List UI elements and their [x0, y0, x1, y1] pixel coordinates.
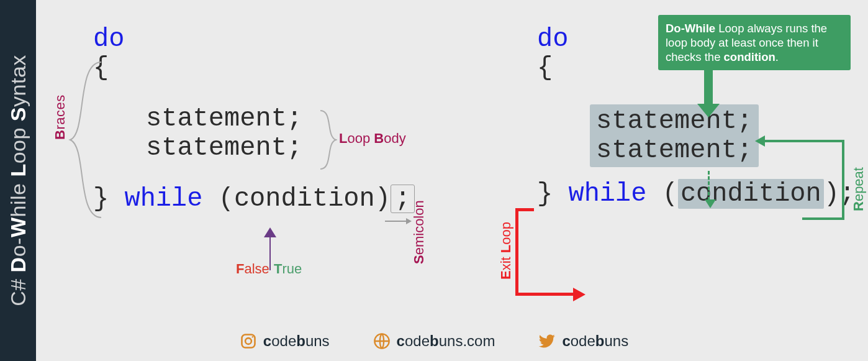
repeat-label: Repeat: [851, 167, 867, 211]
tw-c: c: [562, 332, 570, 349]
exit-label: Exit Loop: [498, 222, 514, 280]
exit-arrow-v-icon: [515, 208, 518, 295]
site-ode: ode: [405, 332, 430, 349]
while-keyword-left: while: [124, 184, 202, 214]
ig-b: b: [296, 332, 305, 349]
loop-body-bracket-icon: [319, 109, 337, 171]
tw-b: b: [595, 332, 605, 349]
exit-arrow-bot-icon: [515, 293, 574, 296]
left-syntax-block: do { statement; statement; } while (cond…: [93, 25, 415, 213]
do-keyword-left: do: [93, 24, 124, 54]
close-paren-right: ): [824, 179, 839, 209]
repeat-first: R: [851, 201, 866, 211]
sidebar-t1: o-: [6, 237, 30, 257]
tw-uns: uns: [604, 332, 628, 349]
sidebar: C# Do-While Loop Syntax: [0, 0, 36, 361]
braces-label: Braces: [52, 94, 68, 140]
tip-b1: Do-While: [666, 22, 715, 35]
instagram-icon: [240, 332, 257, 350]
semicolon-label: Semicolon: [411, 200, 427, 264]
false-rest: alse: [244, 261, 269, 276]
sidebar-lang: C#: [6, 278, 30, 306]
loop-body-label: Loop Body: [339, 130, 406, 147]
ig-ode: ode: [271, 332, 296, 349]
loop-body-L: L: [339, 130, 347, 146]
condition-left: condition: [234, 184, 375, 214]
sidebar-t7: yntax: [6, 55, 30, 107]
tip-box: Do-While Loop always runs the loop body …: [658, 15, 851, 70]
repeat-arrow-v-icon: [842, 140, 844, 220]
exit-L: L: [498, 245, 513, 253]
globe-icon: [373, 332, 391, 350]
sidebar-t6: S: [6, 107, 30, 121]
condition-right: condition: [678, 179, 824, 209]
tw-ode: ode: [571, 332, 595, 349]
footer: codebuns codebuns.com codebuns: [0, 332, 868, 350]
open-paren-left: (: [219, 184, 234, 214]
close-brace-left: }: [93, 184, 109, 214]
svg-point-2: [251, 336, 253, 337]
condition-arrow-icon: [269, 236, 271, 270]
while-keyword-right: while: [568, 179, 646, 209]
false-label: False: [236, 261, 269, 277]
exit-Er: xit: [498, 253, 513, 270]
ig-uns: uns: [305, 332, 330, 349]
footer-instagram: codebuns: [240, 332, 330, 350]
footer-site-text: codebuns.com: [397, 332, 495, 350]
loop-body-Br: ody: [384, 130, 405, 146]
sidebar-t4: L: [6, 163, 30, 176]
sidebar-t3: hile: [6, 177, 30, 217]
repeat-rest: epeat: [851, 167, 866, 201]
tip-b2: condition: [724, 50, 775, 63]
braces-label-rest: races: [52, 94, 68, 129]
true-first: T: [274, 261, 282, 276]
sidebar-title: C# Do-While Loop Syntax: [6, 55, 30, 306]
semicolon-pointer-icon: [385, 221, 407, 222]
do-keyword-right: do: [537, 24, 568, 54]
semi-rest: emicolon: [411, 200, 427, 255]
body-to-condition-arrow-icon: [708, 171, 710, 201]
repeat-arrow-h1-icon: [802, 217, 844, 220]
tip-after: .: [775, 50, 779, 63]
braces-label-first: B: [52, 130, 68, 140]
open-paren-right: (: [662, 179, 678, 209]
exit-E: E: [498, 270, 513, 280]
true-label: True: [274, 261, 302, 277]
stmt2-right: statement;: [596, 136, 753, 165]
open-brace-left: {: [93, 53, 415, 82]
stmt1-left: statement;: [93, 104, 415, 133]
footer-ig-text: codebuns: [263, 332, 330, 350]
false-first: F: [236, 261, 244, 276]
sidebar-t0: D: [6, 257, 30, 272]
twitter-icon: [538, 332, 556, 350]
footer-tw-text: codebuns: [562, 332, 628, 350]
true-rest: rue: [282, 261, 302, 276]
site-b: b: [430, 332, 439, 349]
exit-Lr: oop: [498, 222, 513, 245]
loop-body-Lr: oop: [347, 130, 374, 146]
close-paren-left: ): [375, 184, 391, 214]
repeat-arrow-h2-icon: [764, 140, 844, 142]
site-c: c: [397, 332, 405, 349]
stmt-box: statement; statement;: [590, 104, 759, 167]
loop-body-B: B: [374, 130, 384, 146]
semi-first: S: [411, 255, 427, 264]
close-brace-right: }: [537, 179, 553, 209]
svg-point-1: [245, 338, 251, 344]
stmt1-right: statement;: [596, 107, 753, 135]
tip-arrow-icon: [704, 62, 713, 105]
ig-c: c: [263, 332, 271, 349]
sidebar-t5: oop: [6, 121, 30, 163]
footer-twitter: codebuns: [538, 332, 628, 350]
sidebar-t2: W: [6, 217, 30, 237]
footer-website: codebuns.com: [373, 332, 495, 350]
site-uns: uns.com: [439, 332, 495, 349]
